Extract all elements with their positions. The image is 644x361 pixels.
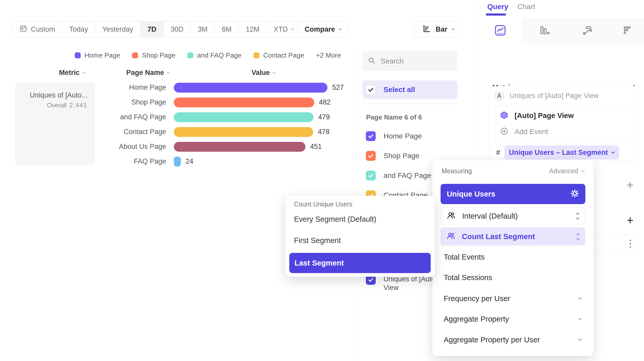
legend-more-label[interactable]: +2 More [316,51,341,59]
select-all-row[interactable]: Select all [362,80,457,99]
add-filter-button[interactable]: + [627,179,634,191]
metric-cell-title: Uniques of [Auto... [15,90,87,100]
option-label: Total Events [444,253,582,261]
date-range-yesterday-button[interactable]: Yesterday [95,22,140,37]
date-range-3m-button[interactable]: 3M [190,22,215,37]
bar-shop-page[interactable] [174,98,314,107]
measuring-param-count-last-segment[interactable]: Count Last Segment [441,227,585,246]
select-all-checkbox[interactable] [366,85,376,95]
checkbox-home-page[interactable] [366,131,376,141]
stepper-icon[interactable] [577,213,579,219]
count-option-first-segment[interactable]: First Segment [294,234,341,247]
bar-label: and FAQ Page [99,113,174,121]
metric-cell[interactable]: Uniques of [Auto... Overall2,441 [15,82,95,165]
date-range-12m-button[interactable]: 12M [238,22,266,37]
bar-label: FAQ Page [99,157,174,165]
option-label: Aggregate Property [444,315,579,323]
search-box [362,51,457,71]
report-tab-retention[interactable] [609,18,644,44]
count-option-last-segment[interactable]: Last Segment [289,253,431,273]
measurement-row: # Unique Users – Last Segment [496,145,619,159]
legend-item-and-faq-page[interactable]: and FAQ Page [187,51,242,59]
bar-faq-page[interactable] [174,157,181,166]
date-range-group: Custom TodayYesterday7D30D3M6M12M XTD [12,21,301,37]
date-range-custom-button[interactable]: Custom [12,22,62,37]
date-range-30d-button[interactable]: 30D [163,22,191,37]
insights-icon [494,24,506,37]
option-label: Total Sessions [444,273,582,282]
select-all-label: Select all [383,86,415,94]
metric-card: A Uniques of [Auto] Page View [Auto] Pag… [489,86,638,161]
measuring-popover: Measuring Advanced Unique Users Interval… [432,160,594,356]
measuring-option-unique-users[interactable]: Unique Users [441,184,585,204]
filter-item-label: and FAQ Page [383,171,431,180]
calendar-icon [19,25,27,34]
legend-swatch [254,52,259,58]
count-option-every-segment-default[interactable]: Every Segment (Default) [294,212,376,226]
bar-and-faq-page[interactable] [174,112,313,122]
more-options-icon[interactable] [629,240,631,248]
column-header-metric[interactable]: Metric [49,68,95,77]
add-breakdown-button[interactable]: + [627,214,634,226]
chevron-down-icon [581,168,585,172]
add-event-row[interactable]: Add Event [500,126,548,138]
event-row[interactable]: [Auto] Page View [500,109,574,122]
gear-icon[interactable] [570,189,579,199]
column-header-value-label: Value [251,69,270,77]
measuring-param-interval-default[interactable]: Interval (Default) [441,207,585,225]
bar-contact-page[interactable] [174,127,313,137]
measuring-option-total-events[interactable]: Total Events [441,251,585,263]
measurement-label: Unique Users – Last Segment [509,149,608,157]
event-label: [Auto] Page View [515,112,574,120]
measurement-dropdown[interactable]: Unique Users – Last Segment [504,145,619,159]
table-row: Shop Page482 [99,95,344,110]
date-range-xtd-button[interactable]: XTD [266,22,301,37]
column-header-page-name[interactable]: Page Name [122,68,174,77]
measuring-option-aggregate-property[interactable]: Aggregate Property [441,313,585,325]
bar-home-page[interactable] [174,83,327,93]
tab-query[interactable]: Query [487,3,508,11]
date-range-6m-button[interactable]: 6M [215,22,239,37]
option-label: Aggregate Property per User [444,336,579,344]
bar-about-us-page[interactable] [174,142,305,152]
filter-item-and-faq-page[interactable]: and FAQ Page [366,170,431,181]
legend-item-contact-page[interactable]: Contact Page [254,51,304,59]
people-icon [447,232,455,241]
column-header-value[interactable]: Value [241,68,285,77]
legend-swatch [132,52,138,58]
funnels-icon [539,25,550,37]
stepper-icon[interactable] [577,234,579,240]
legend: Home PageShop Pageand FAQ PageContact Pa… [75,51,341,59]
date-range-7d-button[interactable]: 7D [140,22,163,37]
search-input[interactable] [381,57,446,65]
people-icon [447,211,455,221]
filter-group-label: Page Name 6 of 6 [366,113,422,121]
mixpanel-insights-report: Custom TodayYesterday7D30D3M6M12M XTD Co… [0,0,644,361]
measuring-option-total-sessions[interactable]: Total Sessions [441,271,585,284]
report-tab-flows[interactable] [566,18,609,44]
report-type-tabs [478,18,644,44]
checkbox-shop-page[interactable] [366,151,376,161]
legend-item-home-page[interactable]: Home Page [75,51,120,59]
overall-value: 2,441 [69,102,87,109]
tab-chart[interactable]: Chart [517,3,535,11]
metric-card-header[interactable]: A Uniques of [Auto] Page View [495,91,599,100]
compare-button[interactable]: Compare [297,21,349,37]
chevron-down-icon [578,316,582,320]
filter-item-home-page[interactable]: Home Page [366,130,422,142]
legend-item-shop-page[interactable]: Shop Page [132,51,175,59]
report-tab-funnels[interactable] [522,18,566,44]
checkbox-and-faq-page[interactable] [366,171,376,180]
measuring-option-aggregate-property-per-user[interactable]: Aggregate Property per User [441,334,585,346]
report-tab-insights[interactable] [478,18,522,44]
measuring-option-frequency-per-user[interactable]: Frequency per User [441,292,585,305]
chevron-down-icon [611,150,615,154]
advanced-dropdown[interactable]: Advanced [549,167,584,175]
add-event-label: Add Event [515,128,548,136]
retention-icon [621,25,633,37]
column-header-metric-label: Metric [59,69,80,77]
date-range-custom-label: Custom [31,25,55,33]
date-range-today-button[interactable]: Today [62,22,95,37]
filter-item-shop-page[interactable]: Shop Page [366,150,420,162]
metric-card-title: Uniques of [Auto] Page View [510,92,599,100]
